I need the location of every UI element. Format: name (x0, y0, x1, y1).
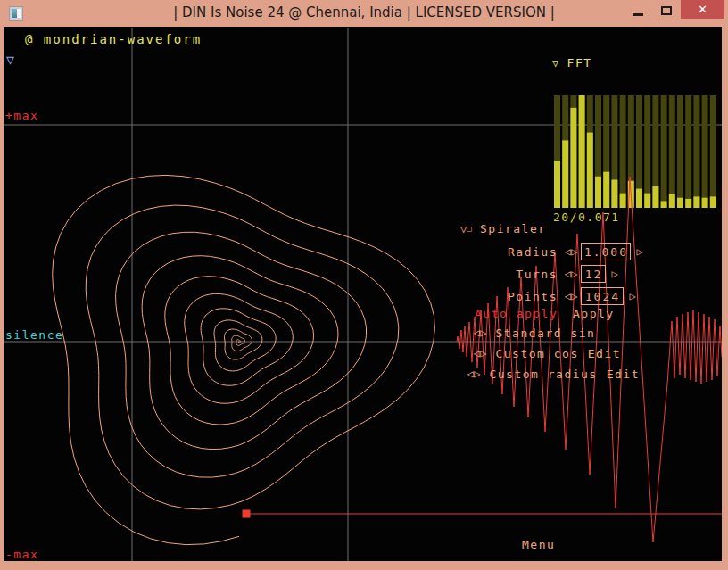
standard-sin-row: ◁▷ Standard sin (474, 326, 595, 340)
fft-collapse-icon[interactable]: ▽ (552, 57, 558, 70)
radius-value-field[interactable]: 1.000 (581, 243, 631, 260)
custom-cos-edit-button[interactable]: Edit (588, 347, 621, 360)
axis-minus-max-label: -max (5, 548, 38, 561)
points-value-field[interactable]: 1024 (581, 287, 624, 305)
standard-sin-selector-icons[interactable]: ◁▷ (474, 326, 486, 340)
waveform-name-label: @ mondrian-waveform (25, 32, 202, 46)
app-window: | DIN Is Noise 24 @ Chennai, India | LIC… (0, 0, 728, 570)
spiraler-detach-icon[interactable]: □ (467, 224, 471, 233)
standard-sin-label: Standard sin (495, 326, 595, 340)
turns-stepper-icons[interactable]: ◁▷ (565, 268, 577, 280)
window-title: | DIN Is Noise 24 @ Chennai, India | LIC… (0, 4, 728, 21)
menu-button[interactable]: Menu (522, 538, 555, 551)
apply-button[interactable]: Apply (573, 307, 615, 320)
points-stepper-icons[interactable]: ◁▷ (565, 290, 577, 302)
fft-header[interactable]: ▽ FFT (552, 56, 592, 70)
axis-silence-label: silence (5, 328, 63, 342)
turns-drag-icon[interactable]: ▷ (611, 268, 619, 280)
points-label: Points (360, 290, 558, 303)
radius-stepper-icons[interactable]: ◁▷ (565, 245, 577, 258)
radius-label: Radius (360, 245, 558, 259)
points-drag-icon[interactable]: ▷ (629, 290, 637, 302)
fft-info-readout: 20/0.071 (553, 211, 620, 224)
custom-radius-selector-icons[interactable]: ◁▷ (467, 368, 480, 381)
maximize-icon (661, 6, 672, 15)
maximize-button[interactable] (653, 0, 680, 23)
radius-row: Radius ◁▷ 1.000 ▷ (360, 242, 644, 261)
custom-radius-edit-button[interactable]: Edit (607, 368, 640, 381)
points-row: Points ◁▷ 1024 ▷ (360, 286, 637, 306)
minimize-button[interactable] (625, 0, 651, 23)
turns-label: Turns (360, 268, 558, 281)
axis-plus-max-label: +max (5, 109, 38, 122)
fft-title: FFT (567, 56, 592, 70)
custom-cos-label: Custom cos (495, 347, 578, 360)
custom-cos-row: ◁▷ Custom cos Edit (474, 347, 621, 360)
custom-radius-row: ◁▷ Custom radius Edit (467, 368, 640, 381)
auto-apply-toggle[interactable]: Auto apply (475, 307, 558, 320)
spiraler-header[interactable]: ▽□ Spiraler (460, 222, 547, 235)
custom-radius-label: Custom radius (489, 368, 597, 381)
turns-value-field[interactable]: 12 (581, 265, 606, 283)
close-button[interactable]: ✕ (681, 0, 724, 19)
spiraler-title: Spiraler (480, 222, 547, 235)
left-menu-handle-icon[interactable]: ▽ (6, 52, 14, 68)
custom-cos-selector-icons[interactable]: ◁▷ (474, 347, 486, 360)
main-canvas[interactable]: @ mondrian-waveform ▽ +max silence -max … (4, 27, 722, 561)
radius-drag-icon[interactable]: ▷ (636, 245, 644, 258)
minimize-icon (633, 13, 643, 16)
turns-row: Turns ◁▷ 12 ▷ (360, 264, 619, 284)
title-bar[interactable]: | DIN Is Noise 24 @ Chennai, India | LIC… (0, 0, 728, 27)
